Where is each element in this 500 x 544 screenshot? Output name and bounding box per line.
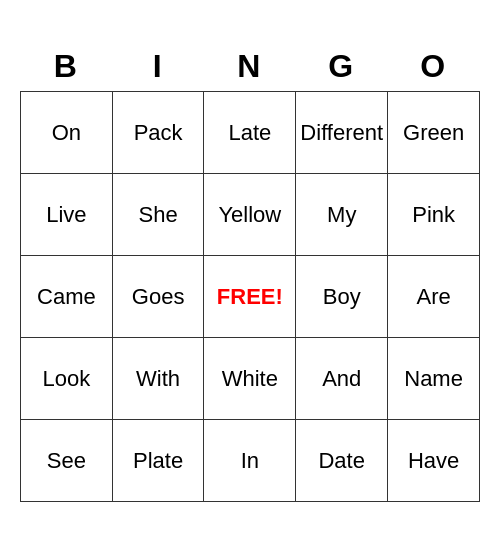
cell-2-1: Goes [112, 256, 204, 338]
cell-2-2: FREE! [204, 256, 296, 338]
cell-3-2: White [204, 338, 296, 420]
cell-0-1: Pack [112, 92, 204, 174]
cell-0-4: Green [388, 92, 480, 174]
cell-1-3: My [296, 174, 388, 256]
cell-1-2: Yellow [204, 174, 296, 256]
header-g: G [296, 42, 388, 92]
bingo-header-row: B I N G O [21, 42, 480, 92]
table-row: CameGoesFREE!BoyAre [21, 256, 480, 338]
header-o: O [388, 42, 480, 92]
cell-4-1: Plate [112, 420, 204, 502]
cell-0-2: Late [204, 92, 296, 174]
cell-2-3: Boy [296, 256, 388, 338]
header-b: B [21, 42, 113, 92]
cell-3-0: Look [21, 338, 113, 420]
cell-1-0: Live [21, 174, 113, 256]
cell-0-3: Different [296, 92, 388, 174]
bingo-body: OnPackLateDifferentGreenLiveSheYellowMyP… [21, 92, 480, 502]
cell-4-2: In [204, 420, 296, 502]
cell-3-4: Name [388, 338, 480, 420]
cell-4-0: See [21, 420, 113, 502]
cell-1-4: Pink [388, 174, 480, 256]
cell-4-3: Date [296, 420, 388, 502]
header-n: N [204, 42, 296, 92]
cell-0-0: On [21, 92, 113, 174]
cell-4-4: Have [388, 420, 480, 502]
table-row: OnPackLateDifferentGreen [21, 92, 480, 174]
cell-3-1: With [112, 338, 204, 420]
cell-1-1: She [112, 174, 204, 256]
cell-3-3: And [296, 338, 388, 420]
table-row: LookWithWhiteAndName [21, 338, 480, 420]
cell-2-0: Came [21, 256, 113, 338]
bingo-card: B I N G O OnPackLateDifferentGreenLiveSh… [20, 42, 480, 503]
table-row: LiveSheYellowMyPink [21, 174, 480, 256]
header-i: I [112, 42, 204, 92]
cell-2-4: Are [388, 256, 480, 338]
table-row: SeePlateInDateHave [21, 420, 480, 502]
